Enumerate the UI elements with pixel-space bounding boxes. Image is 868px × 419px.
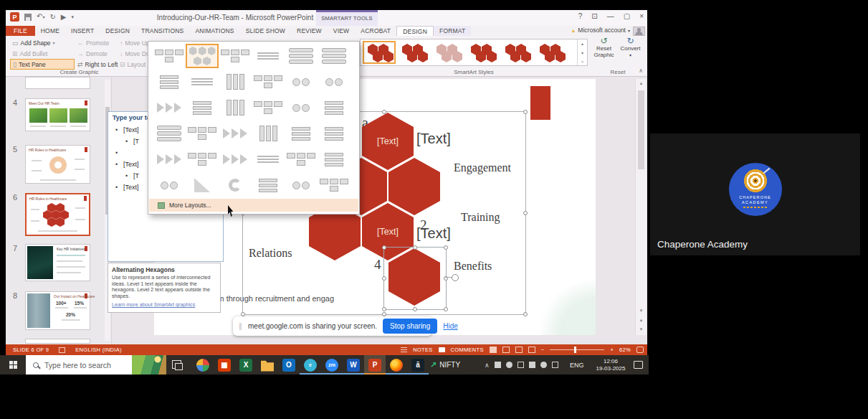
start-slideshow-icon[interactable]: ▶ <box>61 13 67 22</box>
task-view-icon[interactable] <box>172 360 181 369</box>
layout-option-4[interactable] <box>252 44 284 67</box>
tab-format[interactable]: FORMAT <box>434 26 471 36</box>
layout-option-10[interactable] <box>252 70 284 93</box>
zoom-out-icon[interactable]: − <box>541 347 545 353</box>
smartart-style-6[interactable] <box>535 42 567 63</box>
taskbar-clock[interactable]: 12:06 19-03-2025 <box>589 358 632 372</box>
tab-slide-show[interactable]: SLIDE SHOW <box>240 26 291 36</box>
slide-8-thumbnail[interactable]: Our Impact on Healthcare 100+ 15% 20% <box>25 291 90 330</box>
tab-animations[interactable]: ANIMATIONS <box>189 26 239 36</box>
layout-option-7[interactable] <box>153 70 185 93</box>
a-app-icon[interactable]: ā <box>407 355 429 375</box>
search-highlight-image[interactable] <box>132 355 166 375</box>
layout-option-5[interactable] <box>285 44 317 67</box>
layout-option-14[interactable] <box>186 96 218 119</box>
layout-option-28[interactable] <box>252 148 284 171</box>
smartart-style-5[interactable] <box>501 42 533 63</box>
layout-option-8[interactable] <box>186 70 218 93</box>
layout-option-26[interactable] <box>186 148 218 171</box>
outlook-icon[interactable]: O <box>278 355 300 375</box>
powerpoint-icon[interactable]: P <box>364 355 386 375</box>
smartart-style-4[interactable] <box>467 42 498 63</box>
restore-icon[interactable]: ▢ <box>624 12 630 20</box>
layout-option-11[interactable] <box>285 70 317 93</box>
layout-option-27[interactable] <box>219 148 251 171</box>
layout-option-15[interactable] <box>219 96 251 119</box>
layout-option-17[interactable] <box>285 96 317 119</box>
add-shape-button[interactable]: ▭Add Shape▾ <box>10 37 75 48</box>
zoom-icon[interactable]: zm <box>321 355 343 375</box>
smartart-style-3[interactable] <box>432 42 464 63</box>
keyboard-icon[interactable] <box>552 362 558 368</box>
layout-option-6[interactable] <box>318 44 350 67</box>
convert-button[interactable]: ↻ Convert ▾ <box>619 38 642 59</box>
layout-option-3[interactable] <box>219 44 251 67</box>
microsoft-account[interactable]: ▲ Microsoft account ▾ <box>571 27 630 34</box>
reading-view-icon[interactable] <box>515 347 523 353</box>
slide-4-thumbnail[interactable]: Meet Our HR Team <box>25 98 90 131</box>
spellcheck-icon[interactable] <box>59 347 65 353</box>
tab-view[interactable]: VIEW <box>328 26 356 36</box>
meet-participant-tile[interactable]: CHAPERONE ACADEMY Chaperone Academy <box>650 133 860 255</box>
file-explorer-icon[interactable] <box>257 355 278 375</box>
scroll-up-icon[interactable]: ▴ <box>636 80 647 86</box>
mic-icon[interactable] <box>518 362 524 368</box>
layout-option-19[interactable] <box>153 122 185 145</box>
slide-scrollbar[interactable]: ▴ ▾ ▴ ▾ <box>635 79 647 335</box>
edge-icon[interactable]: e <box>300 355 321 375</box>
customize-qat-icon[interactable]: ▾ <box>72 13 75 22</box>
smartart-style-1[interactable] <box>363 42 395 63</box>
ribbon-options-icon[interactable]: ⊡ <box>591 12 597 20</box>
start-button[interactable] <box>0 355 26 375</box>
tab-acrobat[interactable]: ACROBAT <box>355 26 396 36</box>
next-slide-icon[interactable]: ▾ <box>636 326 647 332</box>
styles-scroll[interactable]: ▴▾▿ <box>577 39 587 65</box>
speaker-icon[interactable] <box>529 362 535 368</box>
text-pane-button[interactable]: ▯Text Pane <box>10 59 75 70</box>
reset-graphic-button[interactable]: ↺ Reset Graphic <box>592 38 616 59</box>
slide-7-thumbnail[interactable]: Key HR Initiatives <box>25 244 90 281</box>
demote-button[interactable]: →Demote <box>75 48 120 59</box>
minimize-icon[interactable]: — <box>607 12 614 20</box>
layout-option-34[interactable] <box>252 174 284 197</box>
layout-option-9[interactable] <box>219 70 251 93</box>
taskbar-search[interactable]: Type here to search <box>26 355 166 375</box>
collapse-ribbon-icon[interactable]: ∧ <box>639 67 643 74</box>
help-icon[interactable]: ? <box>578 12 583 20</box>
promote-button[interactable]: ←Promote <box>75 37 120 48</box>
close-icon[interactable]: × <box>639 12 644 20</box>
network-icon[interactable] <box>540 362 547 368</box>
comments-button[interactable]: COMMENTS <box>451 347 484 353</box>
layout-option-21[interactable] <box>219 122 251 145</box>
smartart-style-2[interactable] <box>398 42 429 63</box>
zoom-slider[interactable] <box>550 349 604 350</box>
zoom-knob[interactable] <box>574 347 576 353</box>
learn-more-link[interactable]: Learn more about SmartArt graphics <box>112 301 195 308</box>
tab-home[interactable]: HOME <box>35 26 65 36</box>
previous-slide-icon[interactable]: ▴ <box>636 317 647 323</box>
tab-review[interactable]: REVIEW <box>291 26 328 36</box>
layout-option-30[interactable] <box>318 148 350 171</box>
avatar[interactable] <box>633 27 645 36</box>
cast-icon[interactable] <box>495 362 501 368</box>
notes-button[interactable]: NOTES <box>413 347 432 353</box>
tab-file[interactable]: FILE <box>6 26 35 36</box>
save-icon[interactable] <box>24 14 32 21</box>
hide-link[interactable]: Hide <box>443 322 458 330</box>
redo-icon[interactable]: ↻ <box>49 13 55 22</box>
slide-5-thumbnail[interactable]: HR Roles in Healthcare <box>25 145 90 184</box>
more-layouts-item[interactable]: More Layouts... <box>149 199 358 212</box>
layout-option-2[interactable] <box>186 44 218 67</box>
firefox-icon[interactable] <box>386 355 407 375</box>
undo-icon[interactable]: ↶▾ <box>37 12 44 22</box>
layout-option-23[interactable] <box>285 122 317 145</box>
layout-option-32[interactable] <box>186 174 218 197</box>
scroll-down-icon[interactable]: ▾ <box>636 308 647 314</box>
layout-option-16[interactable] <box>252 96 284 119</box>
stop-sharing-button[interactable]: Stop sharing <box>383 319 437 334</box>
zoom-level[interactable]: 62% <box>619 347 631 353</box>
language-switcher[interactable]: ENG <box>570 355 584 375</box>
layout-option-35[interactable] <box>285 174 317 197</box>
language-indicator[interactable]: ENGLISH (INDIA) <box>75 347 122 353</box>
microsoft365-icon[interactable]: ▦ <box>214 355 235 375</box>
